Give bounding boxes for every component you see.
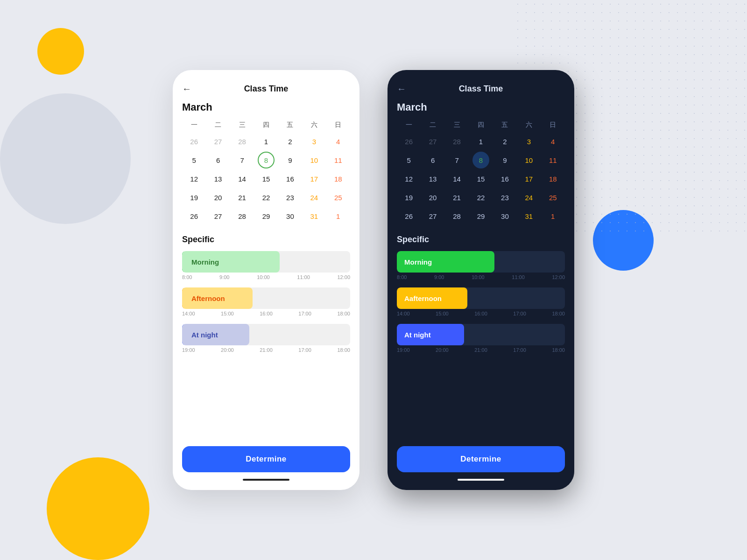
calendar-day[interactable]: 22 <box>472 189 489 206</box>
calendar-day[interactable]: 3 <box>521 133 537 150</box>
calendar-day[interactable]: 9 <box>282 152 298 168</box>
calendar-day[interactable]: 26 <box>401 208 417 224</box>
calendar-day[interactable]: 17 <box>521 170 537 187</box>
time-tick: 20:00 <box>436 347 449 353</box>
calendar-day[interactable]: 15 <box>472 170 489 187</box>
time-tick: 17:00 <box>513 311 526 316</box>
time-bar-label[interactable]: Afternoon <box>182 287 253 309</box>
calendar-day[interactable]: 19 <box>401 189 417 206</box>
calendar-day[interactable]: 7 <box>234 152 251 168</box>
time-tick: 9:00 <box>434 274 444 280</box>
light-calendar: 一二三四五六日 26272812345678910111213141516171… <box>182 118 350 225</box>
calendar-day[interactable]: 1 <box>472 133 489 150</box>
calendar-day[interactable]: 2 <box>496 133 513 150</box>
dark-determine-button[interactable]: Determine <box>397 446 565 472</box>
calendar-day[interactable]: 11 <box>544 152 561 168</box>
calendar-day[interactable]: 26 <box>186 133 203 150</box>
time-label-row: 14:0015:0016:0017:0018:00 <box>182 311 350 316</box>
calendar-day[interactable]: 14 <box>234 170 251 187</box>
calendar-day[interactable]: 22 <box>258 189 275 206</box>
calendar-day[interactable]: 2 <box>282 133 298 150</box>
calendar-day[interactable]: 16 <box>282 170 298 187</box>
calendar-day[interactable]: 29 <box>472 208 489 224</box>
calendar-day[interactable]: 30 <box>496 208 513 224</box>
time-tick: 8:00 <box>397 274 407 280</box>
calendar-day[interactable]: 18 <box>544 170 561 187</box>
calendar-day[interactable]: 28 <box>449 133 465 150</box>
calendar-day[interactable]: 17 <box>306 170 323 187</box>
calendar-day[interactable]: 16 <box>496 170 513 187</box>
light-specific-label: Specific <box>182 235 350 245</box>
calendar-day[interactable]: 27 <box>210 133 226 150</box>
dark-calendar-body[interactable]: 2627281234567891011121314151617181920212… <box>397 132 565 225</box>
calendar-day[interactable]: 25 <box>330 189 346 206</box>
time-bar-label[interactable]: At night <box>397 324 464 345</box>
light-back-arrow[interactable]: ← <box>182 84 191 94</box>
dark-back-arrow[interactable]: ← <box>397 84 406 94</box>
calendar-day[interactable]: 3 <box>306 133 323 150</box>
calendar-day[interactable]: 1 <box>258 133 275 150</box>
calendar-day[interactable]: 8 <box>258 152 275 168</box>
calendar-day[interactable]: 26 <box>186 208 203 224</box>
calendar-day[interactable]: 19 <box>186 189 203 206</box>
calendar-weekday: 六 <box>517 118 541 132</box>
light-slots: Morning8:009:0010:0011:0012:00Afternoon1… <box>182 251 350 360</box>
calendar-day[interactable]: 29 <box>258 208 275 224</box>
calendar-day[interactable]: 6 <box>210 152 226 168</box>
calendar-day[interactable]: 4 <box>330 133 346 150</box>
calendar-day[interactable]: 9 <box>496 152 513 168</box>
calendar-day[interactable]: 8 <box>472 152 489 168</box>
calendar-day[interactable]: 23 <box>496 189 513 206</box>
calendar-day[interactable]: 5 <box>186 152 203 168</box>
calendar-day[interactable]: 26 <box>401 133 417 150</box>
calendar-day[interactable]: 24 <box>306 189 323 206</box>
calendar-day[interactable]: 25 <box>544 189 561 206</box>
calendar-day[interactable]: 13 <box>424 170 441 187</box>
calendar-day[interactable]: 28 <box>449 208 465 224</box>
time-bar-label[interactable]: At night <box>182 324 249 345</box>
calendar-day[interactable]: 4 <box>544 133 561 150</box>
calendar-day[interactable]: 20 <box>424 189 441 206</box>
calendar-day[interactable]: 30 <box>282 208 298 224</box>
calendar-day[interactable]: 21 <box>234 189 251 206</box>
light-title: Class Time <box>244 84 289 94</box>
calendar-day[interactable]: 14 <box>449 170 465 187</box>
calendar-day[interactable]: 21 <box>449 189 465 206</box>
calendar-weekday: 一 <box>397 118 421 132</box>
calendar-day[interactable]: 6 <box>424 152 441 168</box>
calendar-day[interactable]: 24 <box>521 189 537 206</box>
calendar-day[interactable]: 31 <box>521 208 537 224</box>
time-tick: 15:00 <box>221 311 234 316</box>
calendar-day[interactable]: 28 <box>234 133 251 150</box>
light-determine-button[interactable]: Determine <box>182 446 350 472</box>
time-tick: 8:00 <box>182 274 192 280</box>
calendar-day[interactable]: 12 <box>186 170 203 187</box>
calendar-day[interactable]: 15 <box>258 170 275 187</box>
light-calendar-header: 一二三四五六日 <box>182 118 350 132</box>
calendar-day[interactable]: 10 <box>306 152 323 168</box>
light-calendar-body[interactable]: 2627281234567891011121314151617181920212… <box>182 132 350 225</box>
calendar-day[interactable]: 7 <box>449 152 465 168</box>
calendar-day[interactable]: 10 <box>521 152 537 168</box>
time-bar-label[interactable]: Aafternoon <box>397 287 467 309</box>
calendar-day[interactable]: 11 <box>330 152 346 168</box>
calendar-day[interactable]: 27 <box>210 208 226 224</box>
calendar-day[interactable]: 27 <box>424 208 441 224</box>
time-tick: 16:00 <box>260 311 273 316</box>
time-tick: 18:00 <box>552 347 565 353</box>
calendar-day[interactable]: 1 <box>330 208 346 224</box>
calendar-day[interactable]: 13 <box>210 170 226 187</box>
time-tick: 10:00 <box>257 274 270 280</box>
calendar-day[interactable]: 27 <box>424 133 441 150</box>
calendar-day[interactable]: 23 <box>282 189 298 206</box>
time-bar-label[interactable]: Morning <box>182 251 280 273</box>
calendar-day[interactable]: 31 <box>306 208 323 224</box>
time-slot: At night19:0020:0021:0017:0018:00 <box>397 324 565 353</box>
calendar-day[interactable]: 5 <box>401 152 417 168</box>
calendar-day[interactable]: 18 <box>330 170 346 187</box>
calendar-day[interactable]: 1 <box>544 208 561 224</box>
calendar-day[interactable]: 20 <box>210 189 226 206</box>
calendar-day[interactable]: 28 <box>234 208 251 224</box>
time-bar-label[interactable]: Morning <box>397 251 494 273</box>
calendar-day[interactable]: 12 <box>401 170 417 187</box>
